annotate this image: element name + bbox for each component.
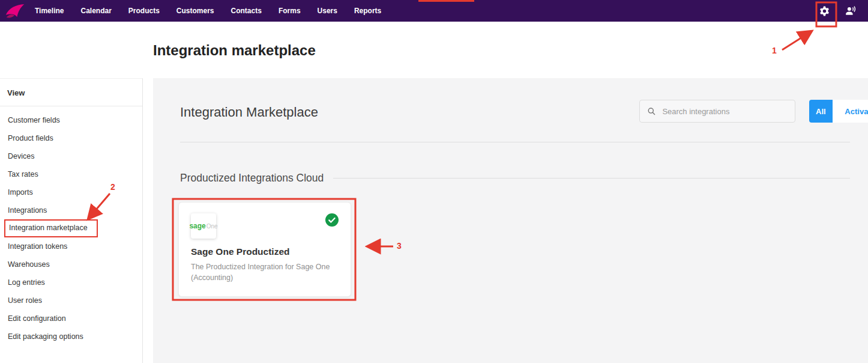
sidebar-item-label: Integration marketplace: [4, 219, 98, 237]
sidebar-item[interactable]: Integration tokens: [0, 237, 142, 255]
sage-one-logo: sageOne: [191, 213, 216, 239]
one-logo-text: One: [206, 223, 218, 230]
sidebar-item[interactable]: Product fields: [0, 129, 142, 147]
sidebar-item-label: Integrations: [8, 206, 47, 215]
nav-menu: Timeline Calendar Products Customers Con…: [28, 7, 381, 15]
search-input[interactable]: [661, 106, 788, 117]
settings-sidebar: View Customer fields Product fields Devi…: [0, 78, 143, 363]
search-box[interactable]: [639, 100, 795, 123]
sidebar-item-label: Tax rates: [8, 170, 38, 178]
bird-logo-icon: [5, 2, 25, 19]
sidebar-item-label: Warehouses: [8, 260, 50, 269]
card-top-row: sageOne: [191, 213, 339, 239]
sidebar-item-label: Imports: [8, 188, 33, 197]
sidebar-item-label: Product fields: [8, 134, 53, 142]
sidebar-item[interactable]: Integrations: [0, 201, 142, 219]
integration-card-sage-one[interactable]: sageOne Sage One Productized The Product…: [178, 202, 351, 297]
sidebar-item[interactable]: Edit packaging options: [0, 328, 142, 346]
sidebar-item-label: Integration tokens: [8, 242, 67, 251]
nav-item-label: Contacts: [231, 7, 262, 15]
nav-item-label: Timeline: [35, 7, 64, 15]
support-voice-icon[interactable]: [844, 4, 857, 17]
page-title: Integration marketplace: [153, 42, 316, 59]
nav-right-icons: [818, 4, 868, 17]
nav-item[interactable]: Reports: [354, 7, 381, 15]
marketplace-heading: Integration Marketplace: [180, 105, 318, 120]
sidebar-item[interactable]: User roles: [0, 291, 142, 310]
nav-item[interactable]: Timeline: [35, 7, 64, 15]
nav-item[interactable]: Customers: [176, 7, 214, 15]
nav-item[interactable]: Products: [128, 7, 160, 15]
main-content: Integration Marketplace All Activated Pr…: [153, 78, 868, 363]
sidebar-item[interactable]: Integration marketplace: [0, 219, 142, 237]
section-divider-line: [333, 178, 850, 178]
settings-gear-icon[interactable]: [818, 4, 831, 17]
sidebar-item[interactable]: Customer fields: [0, 111, 142, 129]
nav-item[interactable]: Forms: [279, 7, 301, 15]
section-row: Productized Integrations Cloud: [180, 172, 850, 185]
header-divider: [180, 142, 850, 142]
nav-item-label: Reports: [354, 7, 381, 15]
sidebar-item[interactable]: Warehouses: [0, 255, 142, 273]
sidebar-item[interactable]: Imports: [0, 183, 142, 201]
sidebar-item-label: User roles: [8, 296, 42, 305]
search-icon: [647, 106, 656, 116]
nav-item-label: Users: [318, 7, 337, 15]
sidebar-item-label: Log entries: [8, 278, 45, 287]
top-nav: Timeline Calendar Products Customers Con…: [0, 0, 868, 22]
sidebar-item[interactable]: Tax rates: [0, 165, 142, 183]
card-title: Sage One Productized: [191, 246, 339, 257]
filter-toggle: All Activated: [809, 100, 868, 123]
section-title: Productized Integrations Cloud: [180, 172, 324, 185]
filter-activated-button[interactable]: Activated: [833, 100, 868, 123]
sidebar-item-label: Devices: [8, 152, 34, 160]
sidebar-item-label: Customer fields: [8, 116, 60, 124]
nav-item-label: Products: [128, 7, 160, 15]
app-window: Timeline Calendar Products Customers Con…: [0, 0, 868, 363]
sidebar-item[interactable]: Edit configuration: [0, 310, 142, 328]
nav-item-label: Calendar: [80, 7, 111, 15]
nav-item[interactable]: Calendar: [80, 7, 111, 15]
nav-item-label: Customers: [176, 7, 214, 15]
app-logo[interactable]: [0, 2, 28, 19]
filter-all-button[interactable]: All: [809, 100, 833, 123]
nav-item-label: Forms: [279, 7, 301, 15]
nav-item[interactable]: Users: [318, 7, 337, 15]
nav-item[interactable]: Contacts: [231, 7, 262, 15]
activated-check-icon: [325, 213, 339, 227]
sidebar-item-label: Edit configuration: [8, 314, 66, 323]
sidebar-section-title: View: [0, 79, 142, 106]
sidebar-item[interactable]: Devices: [0, 147, 142, 165]
sage-logo-text: sage: [189, 222, 205, 230]
page-header: Integration marketplace: [0, 22, 868, 78]
card-description: The Productized Integration for Sage One…: [191, 261, 335, 283]
sidebar-menu: Customer fields Product fields Devices T…: [0, 111, 142, 346]
sidebar-item-label: Edit packaging options: [8, 332, 83, 341]
sidebar-item[interactable]: Log entries: [0, 273, 142, 291]
